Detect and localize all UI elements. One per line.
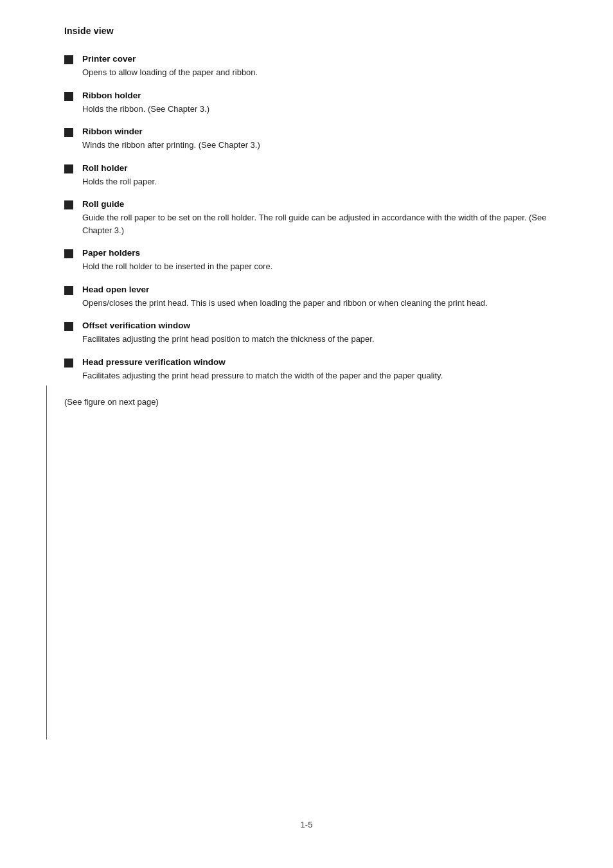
list-item-printer-cover: Printer coverOpens to allow loading of t… (64, 54, 562, 79)
item-label: Printer cover (82, 54, 562, 64)
list-item-roll-guide: Roll guideGuide the roll paper to be set… (64, 199, 562, 236)
list-item-paper-holders: Paper holdersHold the roll holder to be … (64, 248, 562, 273)
item-label: Roll holder (82, 163, 562, 173)
list-item-roll-holder: Roll holderHolds the roll paper. (64, 163, 562, 188)
page-title: Inside view (64, 26, 562, 36)
item-content-roll-guide: Roll guideGuide the roll paper to be set… (82, 199, 562, 236)
item-content-printer-cover: Printer coverOpens to allow loading of t… (82, 54, 562, 79)
item-label: Head open lever (82, 285, 562, 294)
bullet-icon (64, 55, 73, 64)
item-content-ribbon-holder: Ribbon holderHolds the ribbon. (See Chap… (82, 91, 562, 116)
item-label: Ribbon holder (82, 91, 562, 100)
item-label: Roll guide (82, 199, 562, 209)
item-content-head-open-lever: Head open leverOpens/closes the print he… (82, 285, 562, 310)
item-description: Facilitates adjusting the print head pre… (82, 369, 562, 382)
item-label: Offset verification window (82, 321, 562, 330)
margin-line (46, 385, 47, 740)
item-description: Holds the ribbon. (See Chapter 3.) (82, 103, 562, 116)
item-content-paper-holders: Paper holdersHold the roll holder to be … (82, 248, 562, 273)
bullet-icon (64, 359, 73, 368)
item-content-head-pressure-verification-window: Head pressure verification windowFacilit… (82, 357, 562, 382)
bullet-icon (64, 92, 73, 101)
item-description: Facilitates adjusting the print head pos… (82, 333, 562, 346)
footer-note: (See figure on next page) (64, 397, 562, 407)
item-description: Guide the roll paper to be set on the ro… (82, 211, 562, 236)
item-description: Holds the roll paper. (82, 175, 562, 188)
bullet-icon (64, 164, 73, 173)
item-label: Paper holders (82, 248, 562, 258)
item-list: Printer coverOpens to allow loading of t… (64, 54, 562, 382)
item-description: Opens/closes the print head. This is use… (82, 297, 562, 310)
bullet-icon (64, 128, 73, 137)
item-content-ribbon-winder: Ribbon winderWinds the ribbon after prin… (82, 127, 562, 152)
item-description: Hold the roll holder to be inserted in t… (82, 260, 562, 273)
item-label: Ribbon winder (82, 127, 562, 136)
bullet-icon (64, 200, 73, 209)
bullet-icon (64, 322, 73, 331)
list-item-offset-verification-window: Offset verification windowFacilitates ad… (64, 321, 562, 346)
item-content-roll-holder: Roll holderHolds the roll paper. (82, 163, 562, 188)
page: Inside view Printer coverOpens to allow … (0, 0, 613, 868)
list-item-ribbon-holder: Ribbon holderHolds the ribbon. (See Chap… (64, 91, 562, 116)
bullet-icon (64, 286, 73, 295)
list-item-head-pressure-verification-window: Head pressure verification windowFacilit… (64, 357, 562, 382)
list-item-head-open-lever: Head open leverOpens/closes the print he… (64, 285, 562, 310)
item-description: Winds the ribbon after printing. (See Ch… (82, 139, 562, 152)
bullet-icon (64, 249, 73, 258)
list-item-ribbon-winder: Ribbon winderWinds the ribbon after prin… (64, 127, 562, 152)
item-description: Opens to allow loading of the paper and … (82, 66, 562, 79)
page-number: 1-5 (301, 820, 313, 829)
item-label: Head pressure verification window (82, 357, 562, 367)
item-content-offset-verification-window: Offset verification windowFacilitates ad… (82, 321, 562, 346)
